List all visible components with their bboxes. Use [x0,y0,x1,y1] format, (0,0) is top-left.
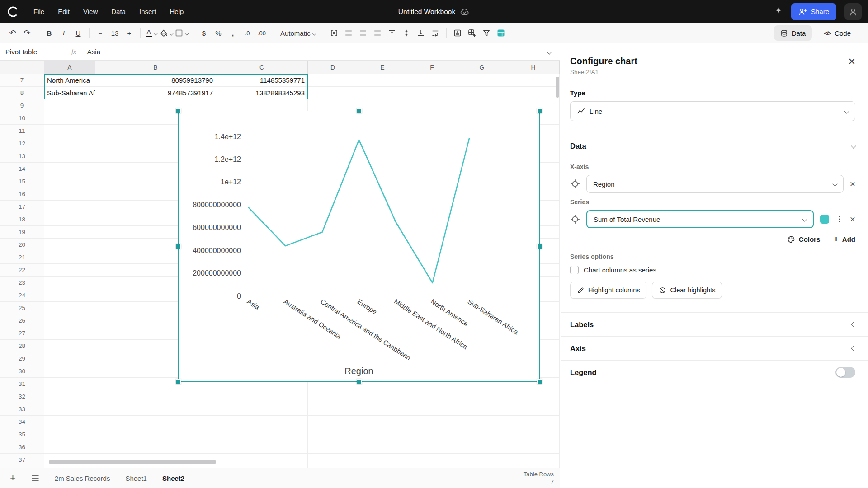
row-header-11[interactable]: 11 [0,125,44,137]
cell-A20[interactable] [44,239,95,251]
data-section-header[interactable]: Data [570,134,855,158]
decimal-decrease-button[interactable]: .0 [241,26,254,40]
row-header-25[interactable]: 25 [0,302,44,314]
cell-E37[interactable] [358,454,407,466]
bold-button[interactable]: B [43,26,56,40]
cell-F7[interactable] [407,74,457,87]
cell-G8[interactable] [457,87,507,99]
row-header-31[interactable]: 31 [0,378,44,390]
row-header-27[interactable]: 27 [0,327,44,340]
valign-middle-button[interactable] [400,26,413,40]
cell-C37[interactable] [216,454,308,466]
menu-view[interactable]: View [83,8,98,15]
col-header-C[interactable]: C [216,61,308,74]
row-header-24[interactable]: 24 [0,289,44,302]
row-header-17[interactable]: 17 [0,201,44,213]
cell-D33[interactable] [308,403,358,416]
cell-A31[interactable] [44,378,95,390]
cell-H8[interactable] [507,87,560,99]
menu-edit[interactable]: Edit [58,8,70,15]
chart-resize-handle[interactable] [357,108,362,113]
cell-B36[interactable] [95,441,216,454]
cell-A24[interactable] [44,289,95,302]
insert-chart-button[interactable] [451,26,464,40]
align-right-button[interactable] [371,26,384,40]
row-header-32[interactable]: 32 [0,390,44,403]
merge-cells-button[interactable] [328,26,340,40]
cell-A16[interactable] [44,188,95,201]
col-header-B[interactable]: B [95,61,216,74]
cell-A34[interactable] [44,416,95,428]
cell-F37[interactable] [407,454,457,466]
remove-series-icon[interactable]: × [850,215,855,223]
chart-resize-handle[interactable] [537,244,542,249]
remove-x-axis-icon[interactable]: × [850,180,855,188]
cell-H32[interactable] [507,390,560,403]
row-header-16[interactable]: 16 [0,188,44,201]
cell-C35[interactable] [216,428,308,441]
row-header-20[interactable]: 20 [0,239,44,251]
valign-top-button[interactable] [386,26,398,40]
cell-A32[interactable] [44,390,95,403]
cell-A28[interactable] [44,340,95,352]
cell-A22[interactable] [44,264,95,277]
currency-format-button[interactable]: $ [198,26,210,40]
cell-E35[interactable] [358,428,407,441]
cell-G33[interactable] [457,403,507,416]
menu-data[interactable]: Data [111,8,126,15]
cell-B33[interactable] [95,403,216,416]
cell-H37[interactable] [507,454,560,466]
cell-A30[interactable] [44,365,95,378]
cell-C34[interactable] [216,416,308,428]
cell-C7[interactable]: 114855359771 [216,74,308,87]
cell-D7[interactable] [308,74,358,87]
cell-F8[interactable] [407,87,457,99]
row-header-9[interactable]: 9 [0,99,44,112]
menu-help[interactable]: Help [170,8,184,15]
cell-C36[interactable] [216,441,308,454]
x-axis-select[interactable]: Region [586,175,844,193]
data-table-button[interactable] [495,26,507,40]
cell-B8[interactable]: 974857391917 [95,87,216,99]
row-header-14[interactable]: 14 [0,163,44,175]
close-icon[interactable]: × [848,57,855,66]
cell-D9[interactable] [308,99,358,112]
cell-A23[interactable] [44,277,95,289]
kebab-menu-icon[interactable] [835,215,844,223]
cell-H7[interactable] [507,74,560,87]
row-header-26[interactable]: 26 [0,314,44,327]
cell-A27[interactable] [44,327,95,340]
cell-A15[interactable] [44,175,95,188]
cell-C9[interactable] [216,99,308,112]
cell-E34[interactable] [358,416,407,428]
chart-resize-handle[interactable] [176,244,181,249]
row-header-33[interactable]: 33 [0,403,44,416]
row-header-30[interactable]: 30 [0,365,44,378]
horizontal-scrollbar[interactable] [49,460,216,464]
row-header-13[interactable]: 13 [0,150,44,163]
row-header-28[interactable]: 28 [0,340,44,352]
sheet-tab-2m-sales-records[interactable]: 2m Sales Records [55,474,110,482]
cell-A9[interactable] [44,99,95,112]
number-format-dropdown[interactable]: Automatic [278,26,318,40]
code-view-button[interactable]: </> Code [817,25,857,41]
row-header-37[interactable]: 37 [0,454,44,466]
col-header-E[interactable]: E [358,61,407,74]
cell-H34[interactable] [507,416,560,428]
font-size-increase-button[interactable]: + [123,26,136,40]
cell-A18[interactable] [44,213,95,226]
cell-A14[interactable] [44,163,95,175]
row-header-23[interactable]: 23 [0,277,44,289]
cell-D34[interactable] [308,416,358,428]
underline-button[interactable]: U [72,26,85,40]
formula-input[interactable]: Asia [87,48,547,56]
formula-expand-chevron-icon[interactable] [547,49,552,54]
cell-C33[interactable] [216,403,308,416]
cell-H36[interactable] [507,441,560,454]
fill-color-button[interactable] [160,26,173,40]
cell-D35[interactable] [308,428,358,441]
cell-E9[interactable] [358,99,407,112]
chart-columns-checkbox[interactable] [570,266,579,274]
cell-H33[interactable] [507,403,560,416]
row-header-36[interactable]: 36 [0,441,44,454]
